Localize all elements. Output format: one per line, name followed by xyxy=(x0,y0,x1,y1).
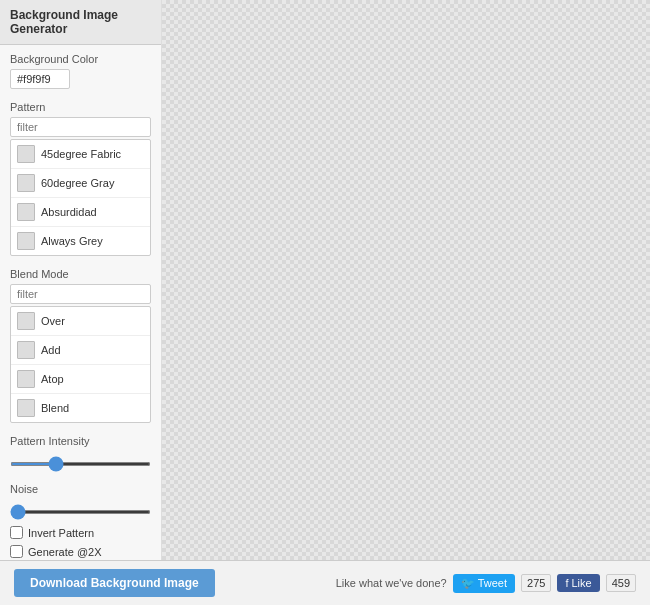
like-button[interactable]: f Like xyxy=(557,574,599,592)
generate-2x-label: Generate @2X xyxy=(28,546,102,558)
noise-slider-container xyxy=(10,499,151,519)
pattern-thumb-3 xyxy=(17,232,35,250)
pattern-intensity-slider[interactable] xyxy=(10,462,151,466)
preview-area xyxy=(162,0,650,560)
pattern-intensity-section: Pattern Intensity xyxy=(0,427,161,475)
noise-slider[interactable] xyxy=(10,510,151,514)
blend-thumb-2 xyxy=(17,370,35,388)
generate-2x-row: Generate @2X xyxy=(0,542,161,560)
background-color-label: Background Color xyxy=(10,53,151,65)
sidebar-title: Background Image Generator xyxy=(10,8,118,36)
like-count: 459 xyxy=(606,574,636,592)
noise-section: Noise xyxy=(0,475,161,523)
social-label: Like what we've done? xyxy=(336,577,447,589)
tweet-label: Tweet xyxy=(478,577,507,589)
tweet-count: 275 xyxy=(521,574,551,592)
like-label: Like xyxy=(571,577,591,589)
list-item[interactable]: Add xyxy=(11,336,150,365)
pattern-thumb-0 xyxy=(17,145,35,163)
list-item[interactable]: 60degree Gray xyxy=(11,169,150,198)
blend-thumb-1 xyxy=(17,341,35,359)
pattern-label: Pattern xyxy=(10,101,151,113)
pattern-intensity-slider-container xyxy=(10,451,151,471)
download-button[interactable]: Download Background Image xyxy=(14,569,215,597)
social-area: Like what we've done? 🐦 Tweet 275 f Like… xyxy=(336,574,636,593)
background-color-input[interactable] xyxy=(10,69,70,89)
list-item[interactable]: Over xyxy=(11,307,150,336)
sidebar-header: Background Image Generator xyxy=(0,0,161,45)
pattern-list: 45degree Fabric 60degree Gray Absurdidad… xyxy=(10,139,151,256)
blend-name-1: Add xyxy=(41,344,61,356)
like-icon: f xyxy=(565,577,568,589)
blend-mode-list: Over Add Atop Blend xyxy=(10,306,151,423)
pattern-name-2: Absurdidad xyxy=(41,206,97,218)
list-item[interactable]: Always Grey xyxy=(11,227,150,255)
pattern-section: Pattern 45degree Fabric 60degree Gray Ab… xyxy=(0,93,161,260)
list-item[interactable]: Absurdidad xyxy=(11,198,150,227)
pattern-intensity-label: Pattern Intensity xyxy=(10,435,151,447)
pattern-thumb-2 xyxy=(17,203,35,221)
blend-name-3: Blend xyxy=(41,402,69,414)
invert-pattern-label: Invert Pattern xyxy=(28,527,94,539)
background-color-section: Background Color xyxy=(0,45,161,93)
blend-thumb-0 xyxy=(17,312,35,330)
tweet-icon: 🐦 xyxy=(461,577,475,590)
noise-label: Noise xyxy=(10,483,151,495)
blend-mode-label: Blend Mode xyxy=(10,268,151,280)
sidebar: Background Image Generator Background Co… xyxy=(0,0,162,560)
blend-name-0: Over xyxy=(41,315,65,327)
pattern-name-0: 45degree Fabric xyxy=(41,148,121,160)
app: Background Image Generator Background Co… xyxy=(0,0,650,605)
pattern-filter-input[interactable] xyxy=(10,117,151,137)
generate-2x-checkbox[interactable] xyxy=(10,545,23,558)
blend-mode-filter-input[interactable] xyxy=(10,284,151,304)
blend-mode-section: Blend Mode Over Add Atop xyxy=(0,260,161,427)
list-item[interactable]: Atop xyxy=(11,365,150,394)
footer: Download Background Image Like what we'v… xyxy=(0,560,650,605)
list-item[interactable]: 45degree Fabric xyxy=(11,140,150,169)
main-area: Background Image Generator Background Co… xyxy=(0,0,650,560)
pattern-thumb-1 xyxy=(17,174,35,192)
invert-pattern-checkbox[interactable] xyxy=(10,526,23,539)
tweet-button[interactable]: 🐦 Tweet xyxy=(453,574,515,593)
blend-thumb-3 xyxy=(17,399,35,417)
pattern-name-1: 60degree Gray xyxy=(41,177,114,189)
blend-name-2: Atop xyxy=(41,373,64,385)
pattern-name-3: Always Grey xyxy=(41,235,103,247)
list-item[interactable]: Blend xyxy=(11,394,150,422)
invert-pattern-row: Invert Pattern xyxy=(0,523,161,542)
